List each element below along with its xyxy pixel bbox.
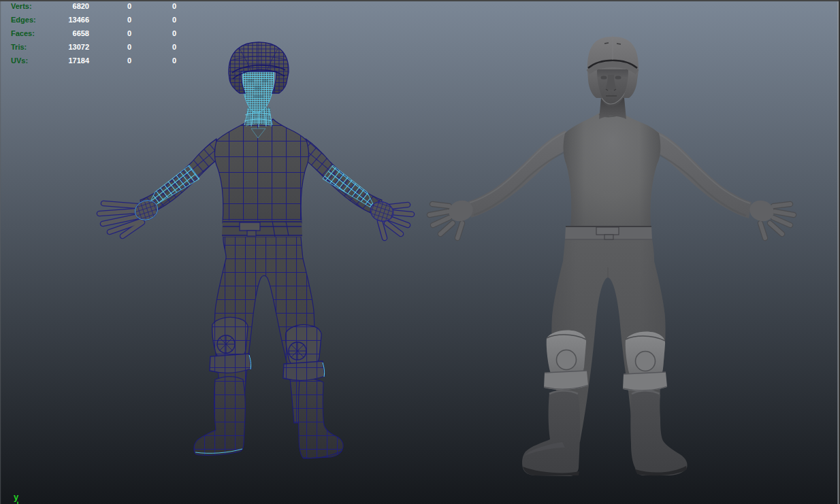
- svg-text:0: 0: [127, 29, 131, 37]
- svg-text:0: 0: [127, 2, 131, 10]
- svg-text:17184: 17184: [68, 56, 89, 65]
- svg-text:6658: 6658: [73, 29, 89, 37]
- svg-text:13072: 13072: [68, 43, 89, 51]
- svg-text:UVs:: UVs:: [11, 56, 28, 65]
- svg-text:0: 0: [127, 56, 131, 65]
- svg-text:0: 0: [172, 16, 176, 24]
- svg-text:0: 0: [127, 16, 131, 24]
- svg-text:0: 0: [172, 43, 176, 51]
- svg-text:Edges:: Edges:: [11, 16, 36, 24]
- svg-text:13466: 13466: [68, 16, 89, 24]
- svg-text:0: 0: [127, 43, 131, 51]
- svg-text:0: 0: [172, 2, 176, 10]
- svg-text:Faces:: Faces:: [11, 29, 35, 37]
- svg-text:0: 0: [172, 56, 176, 65]
- svg-text:Verts:: Verts:: [11, 2, 32, 10]
- svg-text:y: y: [14, 492, 19, 502]
- svg-text:Tris:: Tris:: [11, 43, 27, 51]
- svg-text:0: 0: [172, 29, 176, 37]
- svg-text:6820: 6820: [73, 2, 89, 10]
